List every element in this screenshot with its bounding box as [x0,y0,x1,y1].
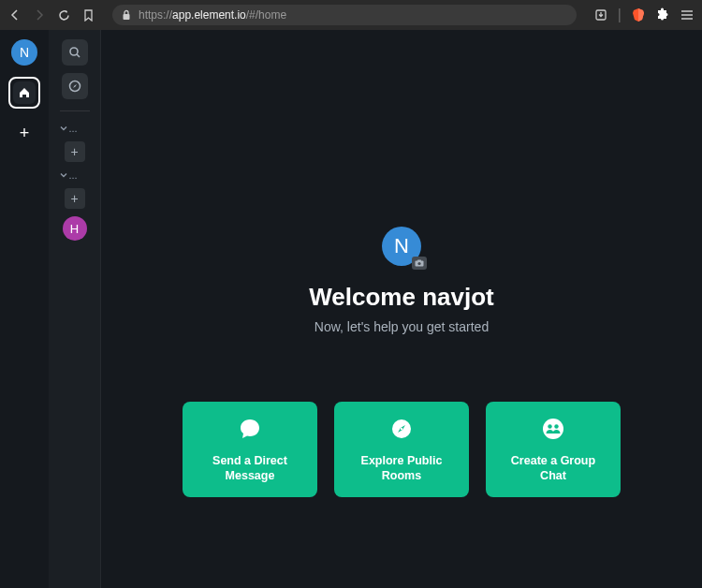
address-bar[interactable]: https://app.element.io/#/home [112,5,577,25]
svg-point-14 [548,424,551,428]
add-space-button[interactable]: + [11,120,37,146]
forward-button[interactable] [32,7,47,22]
upload-photo-badge[interactable] [412,257,427,270]
separator: | [618,7,622,23]
start-chat-button[interactable]: + [65,141,85,162]
svg-line-6 [77,54,80,57]
bookmark-icon[interactable] [80,7,95,22]
search-icon [68,46,81,59]
user-avatar[interactable]: N [11,39,37,66]
chevron-down-icon [60,171,67,179]
room-list-sidebar: ... + ... + H [49,30,101,588]
svg-point-13 [543,419,563,439]
back-button[interactable] [7,7,22,22]
url-text: https://app.element.io/#/home [139,8,286,22]
svg-point-15 [554,424,558,428]
spaces-bar: N + [0,30,49,588]
menu-icon[interactable] [680,7,695,22]
home-space-selected[interactable] [8,77,40,109]
add-room-button[interactable]: + [65,188,85,209]
svg-point-10 [417,262,420,265]
browser-toolbar: https://app.element.io/#/home | [0,0,702,30]
card-label: Send a Direct Message [212,453,287,484]
section-header-rooms[interactable]: ... [56,169,94,181]
svg-rect-9 [417,260,421,262]
camera-icon [415,259,424,267]
explore-public-rooms-card[interactable]: Explore Public Rooms [334,402,469,497]
explore-button[interactable] [62,73,88,99]
profile-avatar-block[interactable]: N [382,227,421,266]
lock-icon [122,9,131,21]
room-item[interactable]: H [63,216,87,241]
svg-point-12 [401,428,402,430]
onboarding-cards: Send a Direct Message Explore Public Roo… [183,402,621,497]
brave-shield-icon[interactable] [631,7,646,22]
group-icon [540,416,566,442]
section-label: ... [69,123,78,134]
reload-button[interactable] [56,7,71,22]
home-icon [18,86,31,99]
welcome-heading: Welcome navjot [309,283,493,312]
divider [60,110,90,111]
extensions-icon[interactable] [655,7,670,22]
chat-bubble-icon [237,416,263,442]
app-body: N + ... + ... + H N [0,30,702,588]
main-content: N Welcome navjot Now, let's help you get… [101,30,702,588]
chevron-down-icon [60,125,67,132]
send-direct-message-card[interactable]: Send a Direct Message [183,402,317,497]
section-header-people[interactable]: ... [56,123,94,134]
compass-icon [68,80,81,93]
search-button[interactable] [62,39,88,66]
card-label: Explore Public Rooms [361,453,443,484]
svg-rect-0 [124,14,130,20]
svg-point-5 [70,48,78,55]
section-label: ... [69,169,78,181]
install-app-icon[interactable] [593,7,608,22]
compass-icon [388,416,415,442]
welcome-subtitle: Now, let's help you get started [314,319,489,334]
card-label: Create a Group Chat [511,453,595,484]
create-group-chat-card[interactable]: Create a Group Chat [486,402,621,497]
